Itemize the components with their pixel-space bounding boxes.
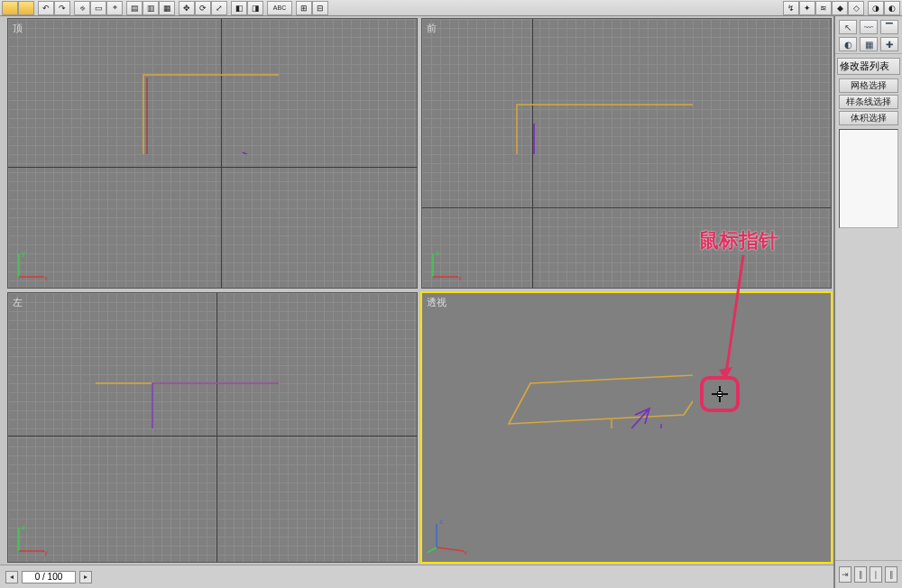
scroll-right-button[interactable]: ▸ xyxy=(79,571,92,583)
viewport-label: 前 xyxy=(427,22,437,35)
spline-select-button[interactable]: 样条线选择 xyxy=(839,95,898,109)
callout-label: 鼠标指针 xyxy=(699,227,778,254)
scene-overlay xyxy=(8,293,279,428)
toolbar-button[interactable]: ◆ xyxy=(832,1,848,15)
toolbar-button[interactable]: ⊞ xyxy=(296,1,312,15)
remove-icon[interactable]: ∥ xyxy=(885,566,897,583)
svg-line-40 xyxy=(437,547,464,551)
svg-marker-35 xyxy=(509,374,693,424)
command-panel-tabs: ↖ 〰 ▔ ◐ ▦ ✚ xyxy=(835,16,902,54)
scroll-left-button[interactable]: ◂ xyxy=(5,571,18,583)
svg-text:z: z xyxy=(439,518,443,526)
svg-text:y: y xyxy=(44,548,48,556)
scene-overlay xyxy=(422,19,693,154)
toolbar-button[interactable]: ABC xyxy=(267,1,292,15)
timeline-bar: ◂ 0 / 100 ▸ xyxy=(0,565,833,588)
viewport-top[interactable]: 顶 y x xyxy=(7,18,418,289)
workspace: 顶 y x xyxy=(0,16,902,588)
app-root: ↶ ↷ ⎆ ▭ ⌖ ▤ ▥ ▦ ✥ ⟳ ⤢ ◧ ◨ ABC ⊞ ⊟ ↯ ✦ ≋ … xyxy=(0,0,902,588)
svg-rect-0 xyxy=(143,75,279,154)
frame-readout: 0 / 100 xyxy=(22,571,76,583)
toolbar-button[interactable]: ⊟ xyxy=(312,1,328,15)
axis-indicator: z x xyxy=(428,513,474,556)
svg-line-41 xyxy=(428,547,437,555)
svg-rect-7 xyxy=(517,105,693,154)
svg-line-37 xyxy=(612,410,648,428)
toolbar-button[interactable]: ▭ xyxy=(90,1,106,15)
modify-tab-icon[interactable]: 〰 xyxy=(860,20,878,34)
toolbar-button[interactable]: ⟳ xyxy=(195,1,211,15)
callout-highlight-box xyxy=(700,376,740,412)
toolbar-button[interactable]: ↯ xyxy=(783,1,799,15)
pin-stack-icon[interactable]: ⇥ xyxy=(839,566,851,583)
stack-toolbar: ⇥ ∥ | ∥ xyxy=(835,560,902,588)
command-panel: ↖ 〰 ▔ ◐ ▦ ✚ 修改器列表 网格选择 样条线选择 体积选择 ⇥ ∥ | … xyxy=(833,16,902,588)
svg-text:x: x xyxy=(44,274,48,282)
toolbar-button[interactable]: ⤢ xyxy=(211,1,227,15)
hierarchy-tab-icon[interactable]: ▔ xyxy=(880,20,898,34)
motion-tab-icon[interactable]: ◐ xyxy=(839,37,857,51)
axis-indicator: y x xyxy=(14,244,51,282)
toolbar-button[interactable]: ◐ xyxy=(884,1,900,15)
toolbar-button[interactable]: ▤ xyxy=(126,1,143,15)
toolbar-button[interactable]: ⎆ xyxy=(74,1,90,15)
viewport-label: 左 xyxy=(13,296,23,309)
svg-text:x: x xyxy=(464,548,467,556)
axis-indicator: z x xyxy=(428,244,465,282)
volume-select-button[interactable]: 体积选择 xyxy=(839,111,898,125)
toolbar-button[interactable]: ⌖ xyxy=(106,1,123,15)
viewport-label: 透视 xyxy=(427,296,446,309)
svg-text:z: z xyxy=(436,249,439,257)
toolbar-button[interactable]: ◨ xyxy=(247,1,263,15)
toolbar-button[interactable]: ↶ xyxy=(38,1,54,15)
viewport-perspective[interactable]: 透视 xyxy=(421,292,832,563)
scene-overlay xyxy=(8,19,279,154)
toolbar-button[interactable] xyxy=(2,1,18,15)
toolbar-button[interactable]: ✦ xyxy=(799,1,815,15)
modifier-stack[interactable] xyxy=(839,129,898,228)
viewport-container: 顶 y x xyxy=(0,16,833,588)
toolbar-button[interactable]: ↷ xyxy=(54,1,70,15)
mesh-select-button[interactable]: 网格选择 xyxy=(839,78,898,93)
svg-text:z: z xyxy=(22,523,25,531)
svg-rect-15 xyxy=(152,383,279,428)
svg-text:y: y xyxy=(22,249,25,257)
svg-text:x: x xyxy=(458,274,462,282)
viewport-label: 顶 xyxy=(13,22,23,35)
unique-icon[interactable]: | xyxy=(870,566,882,583)
toolbar-button[interactable]: ▦ xyxy=(159,1,175,15)
toolbar-button[interactable]: ✥ xyxy=(179,1,195,15)
display-tab-icon[interactable]: ▦ xyxy=(860,37,878,51)
utilities-tab-icon[interactable]: ✚ xyxy=(880,37,898,51)
create-tab-icon[interactable]: ↖ xyxy=(839,20,857,34)
toolbar-button[interactable]: ◧ xyxy=(231,1,247,15)
scene-overlay xyxy=(422,293,693,428)
axis-indicator: z y xyxy=(14,519,51,556)
show-end-icon[interactable]: ∥ xyxy=(854,566,867,583)
viewport-left[interactable]: 左 z y xyxy=(7,292,418,563)
toolbar-button[interactable]: ▥ xyxy=(143,1,159,15)
toolbar-button[interactable] xyxy=(18,1,34,15)
main-toolbar: ↶ ↷ ⎆ ▭ ⌖ ▤ ▥ ▦ ✥ ⟳ ⤢ ◧ ◨ ABC ⊞ ⊟ ↯ ✦ ≋ … xyxy=(0,0,902,16)
toolbar-button[interactable]: ≋ xyxy=(815,1,832,15)
toolbar-button[interactable]: ◇ xyxy=(848,1,864,15)
modifier-list-header[interactable]: 修改器列表 xyxy=(837,58,900,75)
toolbar-button[interactable]: ◑ xyxy=(868,1,884,15)
